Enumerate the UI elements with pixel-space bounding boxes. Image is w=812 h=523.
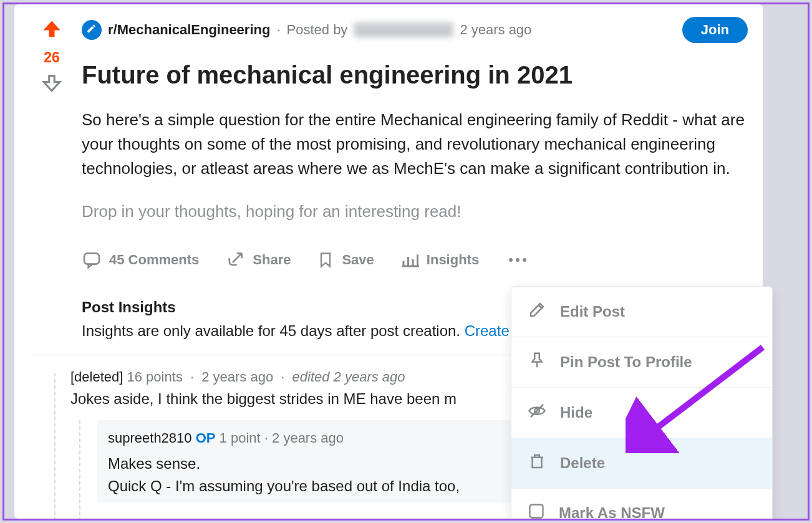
menu-item-label: Delete: [560, 454, 605, 472]
separator-dot: ·: [276, 22, 280, 38]
checkbox-icon: [528, 502, 545, 521]
comment-points: 1 point: [220, 430, 261, 446]
posted-by-label: Posted by: [287, 22, 348, 38]
insights-label: Insights: [427, 252, 479, 268]
downvote-icon[interactable]: [41, 72, 62, 96]
author-username[interactable]: [354, 22, 453, 37]
post-title: Future of mechanical engineering in 2021: [82, 59, 748, 90]
comment-edited: edited 2 years ago: [292, 369, 405, 385]
post-body-paragraph-faded: Drop in your thoughts, hoping for an int…: [82, 199, 748, 224]
vote-column: 26: [34, 18, 69, 96]
insights-button[interactable]: Insights: [400, 251, 479, 269]
op-badge: OP: [196, 430, 216, 446]
comment-age: 2 years ago: [272, 430, 344, 446]
menu-item-delete[interactable]: Delete: [511, 438, 772, 489]
comment-points: 16 points: [127, 369, 183, 385]
menu-item-label: Pin Post To Profile: [560, 353, 692, 371]
svg-rect-2: [530, 505, 543, 518]
pin-icon: [528, 351, 546, 373]
svg-rect-0: [84, 253, 99, 264]
menu-item-pin[interactable]: Pin Post To Profile: [511, 337, 772, 388]
post-meta: r/MechanicalEngineering · Posted by 2 ye…: [82, 17, 748, 43]
comment-author[interactable]: supreeth2810: [108, 430, 192, 446]
share-button[interactable]: Share: [225, 250, 291, 270]
save-button[interactable]: Save: [317, 250, 374, 270]
menu-item-hide[interactable]: Hide: [511, 388, 772, 438]
subreddit-icon[interactable]: [82, 20, 102, 40]
menu-item-edit[interactable]: Edit Post: [511, 287, 772, 337]
more-options-menu: Edit Post Pin Post To Profile Hide Delet…: [511, 286, 773, 521]
subreddit-link[interactable]: r/MechanicalEngineering: [108, 22, 270, 38]
post-age: 2 years ago: [460, 22, 531, 38]
share-label: Share: [253, 252, 291, 268]
menu-item-label: Hide: [560, 404, 592, 421]
trash-icon: [528, 452, 546, 474]
more-options-button[interactable]: [505, 254, 530, 266]
join-button[interactable]: Join: [682, 17, 748, 43]
pencil-icon: [528, 300, 546, 323]
menu-item-label: Mark As NSFW: [559, 504, 665, 521]
thread-line: [79, 420, 80, 521]
upvote-icon[interactable]: [41, 18, 63, 43]
post-card: 26 r/MechanicalEngineering · Posted by 2…: [14, 4, 763, 519]
vote-score: 26: [44, 49, 60, 66]
comment-author[interactable]: [deleted]: [70, 369, 123, 385]
post-actions-bar: 45 Comments Share Save Insights: [82, 250, 748, 270]
save-label: Save: [342, 252, 374, 268]
post-body-paragraph: So here's a simple question for the enti…: [82, 108, 748, 181]
menu-item-label: Edit Post: [560, 303, 625, 320]
comment-age: 2 years ago: [201, 369, 273, 385]
comments-label: 45 Comments: [109, 252, 199, 268]
thread-line: [54, 373, 56, 521]
insights-create-link[interactable]: Create: [465, 322, 510, 339]
eye-off-icon: [528, 401, 546, 424]
comments-button[interactable]: 45 Comments: [82, 250, 199, 270]
menu-item-nsfw[interactable]: Mark As NSFW: [511, 489, 772, 521]
